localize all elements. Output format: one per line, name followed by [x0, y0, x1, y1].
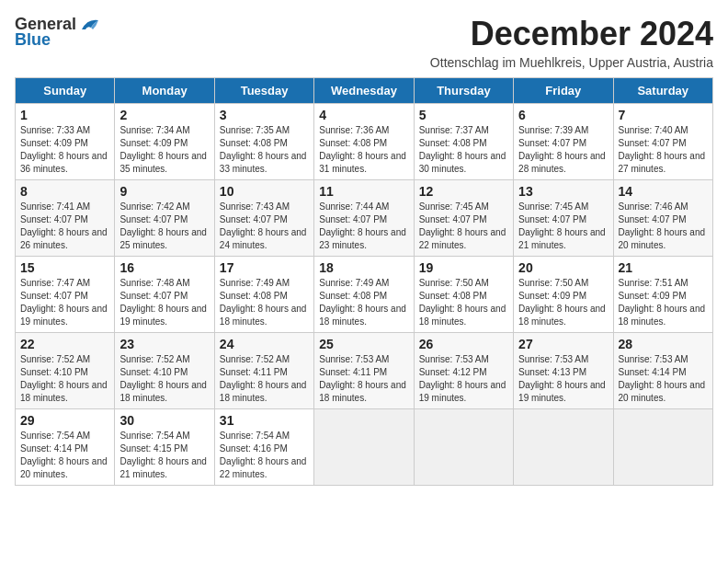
calendar-week-row: 1Sunrise: 7:33 AMSunset: 4:09 PMDaylight…	[16, 104, 713, 180]
day-number: 13	[518, 184, 608, 199]
calendar-cell	[414, 409, 513, 486]
day-info: Sunrise: 7:49 AMSunset: 4:08 PMDaylight:…	[220, 277, 309, 328]
calendar-cell: 28Sunrise: 7:53 AMSunset: 4:14 PMDayligh…	[613, 333, 712, 409]
day-info: Sunrise: 7:45 AMSunset: 4:07 PMDaylight:…	[419, 201, 508, 252]
day-info: Sunrise: 7:33 AMSunset: 4:09 PMDaylight:…	[20, 124, 109, 176]
day-number: 25	[319, 337, 408, 351]
calendar-cell: 19Sunrise: 7:50 AMSunset: 4:08 PMDayligh…	[414, 257, 513, 333]
day-info: Sunrise: 7:53 AMSunset: 4:11 PMDaylight:…	[319, 353, 408, 405]
calendar-cell: 15Sunrise: 7:47 AMSunset: 4:07 PMDayligh…	[16, 257, 115, 333]
day-number: 5	[419, 108, 508, 122]
calendar-cell: 8Sunrise: 7:41 AMSunset: 4:07 PMDaylight…	[16, 180, 115, 257]
day-info: Sunrise: 7:54 AMSunset: 4:14 PMDaylight:…	[20, 430, 109, 481]
calendar-cell: 27Sunrise: 7:53 AMSunset: 4:13 PMDayligh…	[514, 333, 613, 409]
day-number: 15	[20, 260, 109, 275]
day-info: Sunrise: 7:50 AMSunset: 4:09 PMDaylight:…	[518, 277, 608, 328]
day-info: Sunrise: 7:52 AMSunset: 4:11 PMDaylight:…	[220, 353, 309, 405]
calendar-cell	[613, 409, 712, 486]
day-info: Sunrise: 7:52 AMSunset: 4:10 PMDaylight:…	[20, 353, 109, 405]
calendar-cell: 24Sunrise: 7:52 AMSunset: 4:11 PMDayligh…	[214, 333, 313, 409]
day-info: Sunrise: 7:37 AMSunset: 4:08 PMDaylight:…	[419, 124, 508, 176]
calendar-cell: 1Sunrise: 7:33 AMSunset: 4:09 PMDaylight…	[16, 104, 115, 180]
day-header-friday: Friday	[514, 78, 613, 104]
title-block: December 2024 Ottenschlag im Muehlkreis,…	[430, 15, 713, 70]
day-number: 8	[20, 184, 109, 199]
calendar-cell: 13Sunrise: 7:45 AMSunset: 4:07 PMDayligh…	[514, 180, 613, 257]
day-info: Sunrise: 7:45 AMSunset: 4:07 PMDaylight:…	[518, 201, 608, 252]
day-info: Sunrise: 7:50 AMSunset: 4:08 PMDaylight:…	[419, 277, 508, 328]
calendar-cell: 31Sunrise: 7:54 AMSunset: 4:16 PMDayligh…	[214, 409, 313, 486]
day-number: 21	[619, 260, 708, 275]
day-header-sunday: Sunday	[16, 78, 115, 104]
day-info: Sunrise: 7:46 AMSunset: 4:07 PMDaylight:…	[619, 201, 708, 252]
day-info: Sunrise: 7:34 AMSunset: 4:09 PMDaylight:…	[119, 124, 209, 176]
day-info: Sunrise: 7:47 AMSunset: 4:07 PMDaylight:…	[20, 277, 109, 328]
calendar-cell: 3Sunrise: 7:35 AMSunset: 4:08 PMDaylight…	[214, 104, 313, 180]
calendar-cell: 6Sunrise: 7:39 AMSunset: 4:07 PMDaylight…	[514, 104, 613, 180]
day-info: Sunrise: 7:52 AMSunset: 4:10 PMDaylight:…	[119, 353, 209, 405]
day-header-thursday: Thursday	[414, 78, 513, 104]
calendar-cell: 16Sunrise: 7:48 AMSunset: 4:07 PMDayligh…	[115, 257, 214, 333]
day-info: Sunrise: 7:48 AMSunset: 4:07 PMDaylight:…	[119, 277, 209, 328]
calendar-cell: 14Sunrise: 7:46 AMSunset: 4:07 PMDayligh…	[613, 180, 712, 257]
day-info: Sunrise: 7:42 AMSunset: 4:07 PMDaylight:…	[119, 201, 209, 252]
calendar-table: SundayMondayTuesdayWednesdayThursdayFrid…	[15, 77, 713, 486]
day-info: Sunrise: 7:41 AMSunset: 4:07 PMDaylight:…	[20, 201, 109, 252]
day-number: 9	[119, 184, 209, 199]
calendar-cell: 22Sunrise: 7:52 AMSunset: 4:10 PMDayligh…	[16, 333, 115, 409]
day-number: 27	[518, 337, 608, 351]
calendar-cell: 7Sunrise: 7:40 AMSunset: 4:07 PMDaylight…	[613, 104, 712, 180]
calendar-cell: 10Sunrise: 7:43 AMSunset: 4:07 PMDayligh…	[214, 180, 313, 257]
calendar-cell: 23Sunrise: 7:52 AMSunset: 4:10 PMDayligh…	[115, 333, 214, 409]
calendar-cell: 21Sunrise: 7:51 AMSunset: 4:09 PMDayligh…	[613, 257, 712, 333]
day-number: 12	[419, 184, 508, 199]
day-number: 1	[20, 108, 109, 122]
day-number: 19	[419, 260, 508, 275]
day-info: Sunrise: 7:36 AMSunset: 4:08 PMDaylight:…	[319, 124, 408, 176]
day-header-saturday: Saturday	[613, 78, 712, 104]
day-number: 18	[319, 260, 408, 275]
calendar-cell: 18Sunrise: 7:49 AMSunset: 4:08 PMDayligh…	[314, 257, 414, 333]
logo-blue: Blue	[15, 30, 51, 50]
calendar-body: 1Sunrise: 7:33 AMSunset: 4:09 PMDaylight…	[16, 104, 713, 486]
day-info: Sunrise: 7:54 AMSunset: 4:16 PMDaylight:…	[220, 430, 309, 481]
day-number: 23	[119, 337, 209, 351]
day-number: 20	[518, 260, 608, 275]
day-number: 26	[419, 337, 508, 351]
day-number: 11	[319, 184, 408, 199]
day-header-monday: Monday	[115, 78, 214, 104]
day-number: 3	[220, 108, 309, 122]
calendar-cell: 4Sunrise: 7:36 AMSunset: 4:08 PMDaylight…	[314, 104, 414, 180]
calendar-week-row: 8Sunrise: 7:41 AMSunset: 4:07 PMDaylight…	[16, 180, 713, 257]
day-info: Sunrise: 7:51 AMSunset: 4:09 PMDaylight:…	[619, 277, 708, 328]
day-number: 14	[619, 184, 708, 199]
day-number: 22	[20, 337, 109, 351]
calendar-cell: 29Sunrise: 7:54 AMSunset: 4:14 PMDayligh…	[16, 409, 115, 486]
day-info: Sunrise: 7:53 AMSunset: 4:12 PMDaylight:…	[419, 353, 508, 405]
day-info: Sunrise: 7:54 AMSunset: 4:15 PMDaylight:…	[119, 430, 209, 481]
day-number: 16	[119, 260, 209, 275]
day-number: 4	[319, 108, 408, 122]
calendar-week-row: 22Sunrise: 7:52 AMSunset: 4:10 PMDayligh…	[16, 333, 713, 409]
calendar-week-row: 15Sunrise: 7:47 AMSunset: 4:07 PMDayligh…	[16, 257, 713, 333]
day-info: Sunrise: 7:35 AMSunset: 4:08 PMDaylight:…	[220, 124, 309, 176]
day-number: 6	[518, 108, 608, 122]
calendar-cell: 11Sunrise: 7:44 AMSunset: 4:07 PMDayligh…	[314, 180, 414, 257]
day-number: 29	[20, 413, 109, 428]
calendar-cell: 25Sunrise: 7:53 AMSunset: 4:11 PMDayligh…	[314, 333, 414, 409]
day-number: 10	[220, 184, 309, 199]
calendar-cell: 17Sunrise: 7:49 AMSunset: 4:08 PMDayligh…	[214, 257, 313, 333]
logo-bird-icon	[80, 17, 100, 33]
page-header: General Blue December 2024 Ottenschlag i…	[15, 15, 713, 70]
day-info: Sunrise: 7:39 AMSunset: 4:07 PMDaylight:…	[518, 124, 608, 176]
day-info: Sunrise: 7:53 AMSunset: 4:14 PMDaylight:…	[619, 353, 708, 405]
day-info: Sunrise: 7:49 AMSunset: 4:08 PMDaylight:…	[319, 277, 408, 328]
calendar-header-row: SundayMondayTuesdayWednesdayThursdayFrid…	[16, 78, 713, 104]
calendar-cell	[314, 409, 414, 486]
logo: General Blue	[15, 15, 100, 50]
day-number: 7	[619, 108, 708, 122]
day-header-tuesday: Tuesday	[214, 78, 313, 104]
calendar-cell: 9Sunrise: 7:42 AMSunset: 4:07 PMDaylight…	[115, 180, 214, 257]
month-title: December 2024	[430, 15, 713, 53]
calendar-cell: 30Sunrise: 7:54 AMSunset: 4:15 PMDayligh…	[115, 409, 214, 486]
